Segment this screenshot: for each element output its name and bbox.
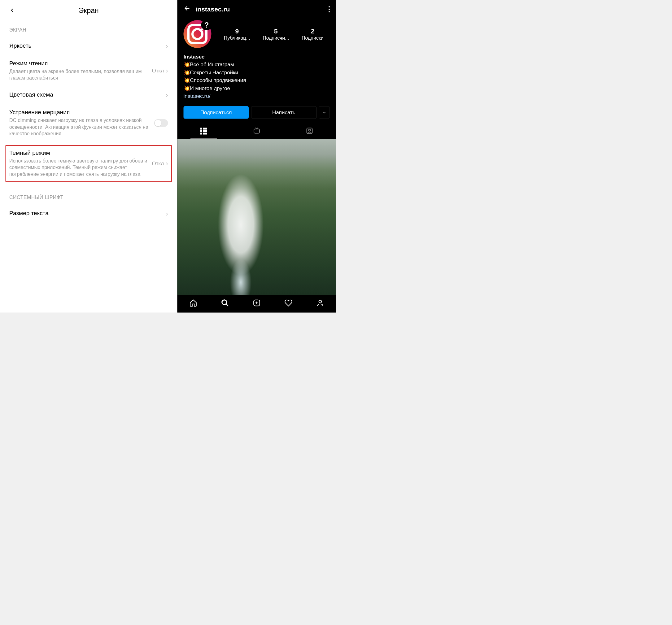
suggestions-button[interactable] bbox=[319, 106, 330, 119]
chevron-right-icon: › bbox=[166, 160, 168, 168]
reading-mode-title: Режим чтения bbox=[9, 60, 149, 67]
nav-search[interactable] bbox=[221, 299, 229, 308]
stat-followers[interactable]: 5 Подписчи... bbox=[263, 28, 289, 41]
tab-igtv[interactable] bbox=[230, 124, 283, 139]
back-button[interactable] bbox=[9, 6, 15, 15]
bio-line: 💥Секреты Настройки bbox=[184, 69, 330, 76]
reading-mode-value: Откл bbox=[152, 68, 164, 74]
chevron-right-icon: › bbox=[166, 67, 168, 75]
post-grid bbox=[177, 139, 336, 295]
text-size-title: Размер текста bbox=[9, 210, 163, 217]
post-thumbnail[interactable] bbox=[231, 139, 283, 191]
bio-line: 💥Всё об Инстаграм bbox=[184, 61, 330, 69]
post-thumbnail[interactable] bbox=[231, 191, 283, 243]
chevron-right-icon: › bbox=[166, 210, 168, 218]
reading-mode-row[interactable]: Режим чтения Делает цвета на экране боле… bbox=[9, 55, 168, 86]
dark-mode-desc: Использовать более темную цветовую палит… bbox=[9, 157, 149, 177]
chevron-right-icon: › bbox=[166, 91, 168, 99]
color-scheme-row[interactable]: Цветовая схема › bbox=[9, 86, 168, 104]
tab-grid[interactable] bbox=[177, 124, 231, 139]
flicker-title: Устранение мерцания bbox=[9, 109, 151, 116]
color-scheme-title: Цветовая схема bbox=[9, 91, 163, 98]
text-size-row[interactable]: Размер текста › bbox=[9, 205, 168, 223]
stat-posts[interactable]: 9 Публикац... bbox=[224, 28, 250, 41]
ig-username[interactable]: instasec.ru bbox=[196, 5, 324, 13]
brightness-row[interactable]: Яркость › bbox=[9, 38, 168, 55]
dark-mode-value: Откл bbox=[152, 160, 164, 167]
nav-add[interactable] bbox=[253, 299, 261, 308]
followers-label: Подписчи... bbox=[263, 35, 289, 41]
reading-mode-desc: Делает цвета на экране более теплыми, по… bbox=[9, 68, 149, 81]
flicker-row[interactable]: Устранение мерцания DC dimming снижает н… bbox=[9, 104, 168, 142]
brightness-title: Яркость bbox=[9, 43, 163, 49]
posts-count: 9 bbox=[224, 28, 250, 35]
post-thumbnail[interactable] bbox=[284, 243, 336, 295]
svg-point-4 bbox=[222, 300, 227, 305]
instagram-profile: instasec.ru ? 9 Публикац... 5 Подписчи..… bbox=[177, 0, 336, 312]
section-header-screen: ЭКРАН bbox=[9, 27, 168, 33]
nav-activity[interactable] bbox=[284, 299, 292, 308]
following-label: Подписки bbox=[302, 35, 323, 41]
settings-screen: Экран ЭКРАН Яркость › Режим чтения Делае… bbox=[0, 0, 177, 312]
post-thumbnail[interactable] bbox=[177, 139, 230, 191]
svg-point-9 bbox=[319, 300, 321, 303]
chevron-right-icon: › bbox=[166, 43, 168, 50]
igtv-icon bbox=[253, 127, 260, 135]
avatar[interactable]: ? bbox=[184, 20, 212, 48]
avatar-badge: ? bbox=[201, 20, 212, 30]
grid-icon bbox=[200, 128, 207, 135]
following-count: 2 bbox=[302, 28, 323, 35]
bio-line: 💥Способы продвижения bbox=[184, 76, 330, 84]
ig-menu-button[interactable] bbox=[329, 6, 330, 12]
flicker-toggle[interactable] bbox=[154, 119, 168, 127]
follow-button[interactable]: Подписаться bbox=[184, 106, 249, 119]
bio-name: Instasec bbox=[184, 53, 330, 61]
dark-mode-highlight: Темный режим Использовать более темную ц… bbox=[5, 145, 172, 182]
posts-label: Публикац... bbox=[224, 35, 250, 41]
svg-point-3 bbox=[309, 129, 311, 131]
post-thumbnail[interactable] bbox=[284, 139, 336, 191]
section-header-font: СИСТЕМНЫЙ ШРИФТ bbox=[9, 194, 168, 200]
dark-mode-row[interactable]: Темный режим Использовать более темную ц… bbox=[9, 150, 168, 177]
page-title: Экран bbox=[9, 6, 168, 15]
message-button[interactable]: Написать bbox=[251, 106, 316, 119]
ig-back-button[interactable] bbox=[184, 5, 191, 14]
bio-link[interactable]: instasec.ru/ bbox=[184, 92, 330, 100]
followers-count: 5 bbox=[263, 28, 289, 35]
svg-rect-1 bbox=[254, 129, 260, 133]
dark-mode-title: Темный режим bbox=[9, 150, 149, 156]
svg-line-5 bbox=[226, 304, 228, 306]
stat-following[interactable]: 2 Подписки bbox=[302, 28, 323, 41]
tagged-icon bbox=[306, 127, 313, 135]
post-thumbnail[interactable] bbox=[177, 243, 230, 295]
flicker-desc: DC dimming снижает нагрузку на глаза в у… bbox=[9, 117, 151, 137]
post-thumbnail[interactable] bbox=[231, 243, 283, 295]
bio-line: 💥И многое другое bbox=[184, 84, 330, 92]
bio: Instasec 💥Всё об Инстаграм 💥Секреты Наст… bbox=[177, 51, 336, 105]
post-thumbnail[interactable] bbox=[284, 191, 336, 243]
post-thumbnail[interactable] bbox=[177, 191, 230, 243]
tab-tagged[interactable] bbox=[283, 124, 336, 139]
nav-home[interactable] bbox=[189, 299, 197, 308]
nav-profile[interactable] bbox=[316, 299, 324, 308]
